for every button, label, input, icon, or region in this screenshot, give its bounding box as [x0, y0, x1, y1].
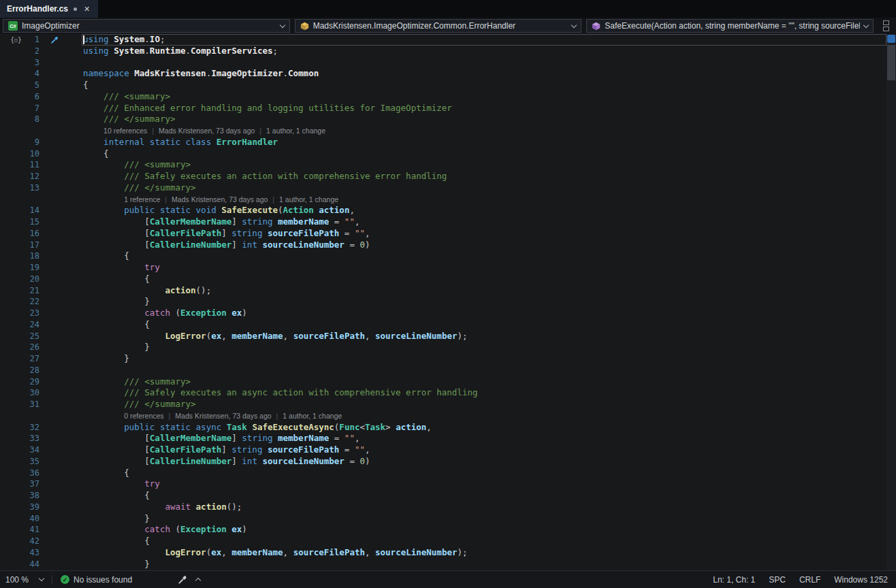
line-number[interactable]: 5	[27, 80, 39, 91]
glyph-margin[interactable]	[0, 125, 27, 137]
glyph-margin[interactable]	[0, 194, 27, 206]
tab-errorhandler-cs[interactable]: ErrorHandler.cs ✕	[0, 0, 98, 18]
line-number[interactable]: 33	[27, 433, 39, 444]
glyph-margin[interactable]	[0, 103, 27, 114]
tab-close-icon[interactable]: ✕	[82, 5, 91, 14]
encoding[interactable]: Windows 1252	[834, 575, 888, 585]
type-dropdown[interactable]: MadsKristensen.ImageOptimizer.Common.Err…	[295, 19, 582, 33]
code-text[interactable]: 1 reference|Mads Kristensen, 73 days ago…	[82, 194, 886, 206]
code-text[interactable]: [CallerFilePath] string sourceFilePath =…	[82, 444, 886, 456]
selection-margin[interactable]	[39, 80, 82, 91]
line-number[interactable]: 8	[27, 114, 39, 125]
line-number[interactable]: 24	[27, 319, 39, 331]
codelens-references[interactable]: 10 references	[103, 125, 147, 137]
selection-margin[interactable]	[39, 137, 82, 148]
split-window-icon[interactable]	[883, 20, 889, 25]
code-text[interactable]: }	[82, 296, 886, 308]
line-number[interactable]: 15	[27, 216, 39, 228]
glyph-margin[interactable]	[0, 91, 27, 103]
code-text[interactable]: /// Safely executes an async action with…	[82, 387, 886, 399]
selection-margin[interactable]	[39, 34, 82, 46]
line-number[interactable]: 41	[27, 524, 39, 536]
chevron-up-icon[interactable]	[195, 578, 201, 583]
line-number[interactable]	[27, 125, 39, 137]
selection-margin[interactable]	[39, 250, 82, 262]
selection-margin[interactable]	[39, 524, 82, 536]
code-text[interactable]: {	[82, 80, 886, 91]
selection-margin[interactable]	[39, 456, 82, 468]
member-dropdown[interactable]: SafeExecute(Action action, string member…	[586, 19, 874, 33]
glyph-margin[interactable]	[0, 387, 27, 399]
vertical-scrollbar[interactable]	[886, 34, 896, 570]
code-text[interactable]: 10 references|Mads Kristensen, 73 days a…	[82, 125, 886, 137]
selection-margin[interactable]	[39, 171, 82, 182]
line-number[interactable]: 4	[27, 68, 39, 80]
code-fix-button[interactable]	[178, 574, 188, 585]
glyph-margin[interactable]	[0, 456, 27, 468]
line-number[interactable]: 39	[27, 502, 39, 513]
line-number[interactable]: 1	[27, 34, 39, 46]
selection-margin[interactable]	[39, 91, 82, 103]
selection-margin[interactable]	[39, 274, 82, 285]
codelens-references[interactable]: 1 reference	[124, 194, 160, 206]
glyph-margin[interactable]	[0, 365, 27, 376]
line-number[interactable]: 12	[27, 171, 39, 182]
code-text[interactable]: }	[82, 342, 886, 353]
line-number[interactable]: 29	[27, 376, 39, 388]
line-number[interactable]: 3	[27, 57, 39, 69]
selection-margin[interactable]	[39, 285, 82, 297]
code-text[interactable]	[82, 57, 886, 69]
indentation-mode[interactable]: SPC	[769, 575, 786, 585]
code-text[interactable]: /// <summary>	[82, 91, 886, 103]
code-text[interactable]: try	[82, 478, 886, 490]
glyph-margin[interactable]	[0, 250, 27, 262]
line-ending[interactable]: CRLF	[799, 575, 820, 585]
line-number[interactable]: 2	[27, 46, 39, 57]
selection-margin[interactable]	[39, 468, 82, 479]
code-text[interactable]: /// <summary>	[82, 159, 886, 171]
glyph-margin[interactable]	[0, 148, 27, 160]
glyph-margin[interactable]	[0, 274, 27, 285]
code-text[interactable]: {	[82, 148, 886, 160]
code-text[interactable]: /// </summary>	[82, 182, 886, 194]
code-text[interactable]: namespace MadsKristensen.ImageOptimizer.…	[82, 68, 886, 80]
selection-margin[interactable]	[39, 262, 82, 274]
selection-margin[interactable]	[39, 68, 82, 80]
code-text[interactable]: /// <summary>	[82, 376, 886, 388]
glyph-margin[interactable]	[0, 137, 27, 148]
code-text[interactable]: {	[82, 274, 886, 285]
glyph-margin[interactable]	[0, 399, 27, 410]
glyph-margin[interactable]	[0, 422, 27, 434]
codelens-references[interactable]: 0 references	[124, 410, 163, 422]
glyph-margin[interactable]	[0, 433, 27, 444]
float-window-icon[interactable]	[883, 27, 889, 31]
code-text[interactable]: catch (Exception ex)	[82, 524, 886, 536]
line-number[interactable]: 6	[27, 91, 39, 103]
selection-margin[interactable]	[39, 342, 82, 353]
zoom-control[interactable]: 100 %	[5, 575, 52, 585]
glyph-margin[interactable]	[0, 159, 27, 171]
glyph-margin[interactable]	[0, 46, 27, 57]
line-number[interactable]: 19	[27, 262, 39, 274]
line-number[interactable]: 14	[27, 205, 39, 216]
code-text[interactable]: [CallerMemberName] string memberName = "…	[82, 433, 886, 444]
glyph-margin[interactable]	[0, 524, 27, 536]
selection-margin[interactable]	[39, 399, 82, 410]
line-number[interactable]: 13	[27, 182, 39, 194]
line-number[interactable]	[27, 410, 39, 422]
line-number[interactable]: 35	[27, 456, 39, 468]
selection-margin[interactable]	[39, 365, 82, 376]
selection-margin[interactable]	[39, 57, 82, 69]
selection-margin[interactable]	[39, 513, 82, 525]
selection-margin[interactable]	[39, 114, 82, 125]
glyph-margin[interactable]	[0, 468, 27, 479]
line-number[interactable]: 10	[27, 148, 39, 160]
glyph-margin[interactable]	[0, 502, 27, 513]
line-number[interactable]: 31	[27, 399, 39, 410]
glyph-margin[interactable]	[0, 513, 27, 525]
glyph-margin[interactable]	[0, 285, 27, 297]
selection-margin[interactable]	[39, 46, 82, 57]
line-number[interactable]: 44	[27, 559, 39, 570]
selection-margin[interactable]	[39, 490, 82, 502]
code-text[interactable]: LogError(ex, memberName, sourceFilePath,…	[82, 331, 886, 342]
